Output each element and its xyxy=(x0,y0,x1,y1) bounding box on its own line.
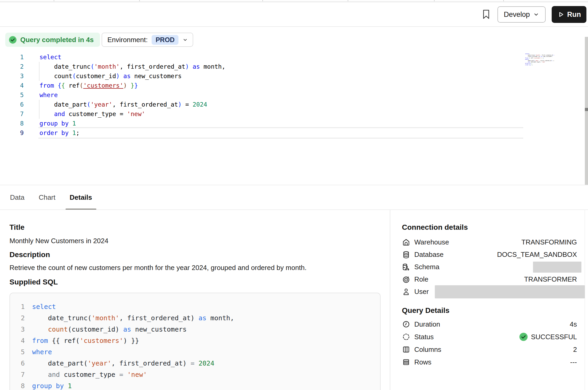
editor-line-number: 7 xyxy=(0,109,24,119)
code-token: , first_ordered_at) xyxy=(111,359,191,367)
tab-data[interactable]: Data xyxy=(9,185,25,210)
sql-card-code-text: and customer_type = 'new' xyxy=(32,369,147,380)
editor-line[interactable]: 7 and customer_type = 'new' xyxy=(0,109,225,119)
connection-detail-row: WarehouseTRANSFORMING xyxy=(402,236,577,248)
detail-label: Database xyxy=(414,251,444,259)
chevron-down-icon xyxy=(182,37,188,43)
sql-card-line: 5where xyxy=(16,346,380,358)
supplied-sql-heading: Supplied SQL xyxy=(9,278,58,286)
code-token: month, xyxy=(200,63,225,70)
code-token: as xyxy=(193,63,200,70)
sql-card-line-number: 4 xyxy=(16,335,25,346)
detail-value xyxy=(435,285,577,298)
editor-scrollbar[interactable] xyxy=(585,37,588,185)
query-detail-row: Rows--- xyxy=(402,356,577,368)
code-token: } xyxy=(131,82,134,89)
editor-lines[interactable]: 1select2 date_trunc('month', first_order… xyxy=(0,52,225,138)
code-token: and xyxy=(54,111,65,117)
minimap[interactable]: select date_trunc('month', first_ordered… xyxy=(525,53,555,66)
code-token: month, xyxy=(206,314,234,322)
code-token: customer_id xyxy=(76,73,116,79)
query-details-rows: Duration4sStatusSUCCESSFULColumns2Rows--… xyxy=(402,318,577,368)
status-icon xyxy=(402,333,410,341)
code-token xyxy=(32,326,48,333)
editor-line[interactable]: 1select xyxy=(0,52,225,62)
code-token: = xyxy=(552,60,554,61)
code-token: select xyxy=(32,303,56,311)
editor-line[interactable]: 3 count(customer_id) as new_customers xyxy=(0,71,225,81)
connection-details-heading: Connection details xyxy=(402,223,468,232)
editor-line[interactable]: 4from {{ ref('customers') }} xyxy=(0,81,225,90)
header-divider xyxy=(0,26,588,27)
sql-card-line: 3 count(customer_id) as new_customers xyxy=(16,324,380,335)
editor-line-number: 6 xyxy=(0,100,24,109)
code-token: = xyxy=(119,371,123,378)
connection-detail-row: DatabaseDOCS_TEAM_SANDBOX xyxy=(402,248,577,261)
title-value: Monthly New Customers in 2024 xyxy=(9,237,108,245)
code-token: { xyxy=(61,82,65,89)
play-icon xyxy=(557,11,565,18)
code-token: by xyxy=(56,382,64,390)
sql-card-line: 2 date_trunc('month', first_ordered_at) … xyxy=(16,312,380,324)
tab-details[interactable]: Details xyxy=(69,185,93,210)
sql-card-line: 8group by 1 xyxy=(16,380,380,390)
editor-code-text: date_trunc('month', first_ordered_at) as… xyxy=(39,62,225,71)
editor-line[interactable]: 2 date_trunc('month', first_ordered_at) … xyxy=(0,62,225,71)
sql-card-line: 6 date_part('year', first_ordered_at) = … xyxy=(16,358,380,369)
code-token: date_trunc( xyxy=(32,314,92,322)
code-token: ( xyxy=(87,101,91,108)
sql-card-lines: 1select2 date_trunc('month', first_order… xyxy=(16,301,380,390)
code-token: date_part( xyxy=(32,359,88,367)
editor-line[interactable]: 8group by 1 xyxy=(0,119,225,128)
editor-line[interactable]: 5where xyxy=(0,90,225,100)
code-token xyxy=(52,382,56,390)
success-check-icon xyxy=(9,36,17,44)
duration-icon xyxy=(402,320,410,328)
detail-value-text: 4s xyxy=(570,320,577,328)
tab-chart[interactable]: Chart xyxy=(38,185,56,210)
editor-code-text: count(customer_id) as new_customers xyxy=(39,71,182,81)
code-token: {{ ref( xyxy=(48,337,79,344)
dbt-ide-page: Develop Run Query completed in 4s Enviro… xyxy=(0,0,588,390)
develop-dropdown-button[interactable]: Develop xyxy=(497,6,546,23)
code-token: as xyxy=(198,314,206,322)
detail-value-text: 2 xyxy=(573,346,577,354)
sql-card-line-number: 6 xyxy=(16,358,25,369)
develop-label: Develop xyxy=(504,11,530,19)
code-token: customer_type = xyxy=(65,111,127,117)
sql-card-line-number: 2 xyxy=(16,312,25,324)
code-token: and xyxy=(48,371,60,378)
sql-card-line: 1select xyxy=(16,301,380,312)
code-token: ( xyxy=(91,63,94,70)
code-token: from xyxy=(39,82,54,89)
code-token: 'customers' xyxy=(534,57,541,59)
editor-line[interactable]: 6 date_part('year', first_ordered_at) = … xyxy=(0,100,225,109)
code-token: 1 xyxy=(68,382,72,390)
environment-dropdown[interactable]: Environment: PROD xyxy=(102,33,193,47)
run-button[interactable]: Run xyxy=(552,6,586,23)
code-token xyxy=(64,382,68,390)
detail-value: TRANSFORMING xyxy=(521,238,577,246)
code-token: (customer_id) xyxy=(68,326,123,333)
scrollbar-thumb[interactable] xyxy=(585,108,588,111)
description-value: Retrieve the count of new customers per … xyxy=(9,264,307,272)
code-token xyxy=(127,82,131,89)
code-token: select xyxy=(39,54,61,61)
detail-label: User xyxy=(414,288,429,296)
sql-card-code-text: group by 1 xyxy=(32,380,72,390)
tabs-divider xyxy=(0,209,588,210)
code-token: 2024 xyxy=(193,101,207,108)
editor-line-number: 3 xyxy=(0,71,24,81)
code-token: date_part xyxy=(39,101,87,108)
bookmark-icon[interactable] xyxy=(482,9,491,20)
code-token: } xyxy=(543,57,544,59)
code-token: date_trunc xyxy=(39,63,91,70)
sql-card-code-text: date_part('year', first_ordered_at) = 20… xyxy=(32,358,214,369)
code-token: from xyxy=(32,337,48,344)
code-token xyxy=(39,111,54,117)
editor-line[interactable]: 9order by 1; xyxy=(0,128,225,138)
code-token: 2024 xyxy=(198,359,214,367)
supplied-sql-card: 1select2 date_trunc('month', first_order… xyxy=(9,293,381,390)
detail-value-text: DOCS_TEAM_SANDBOX xyxy=(497,251,577,259)
code-token: as xyxy=(123,326,131,333)
